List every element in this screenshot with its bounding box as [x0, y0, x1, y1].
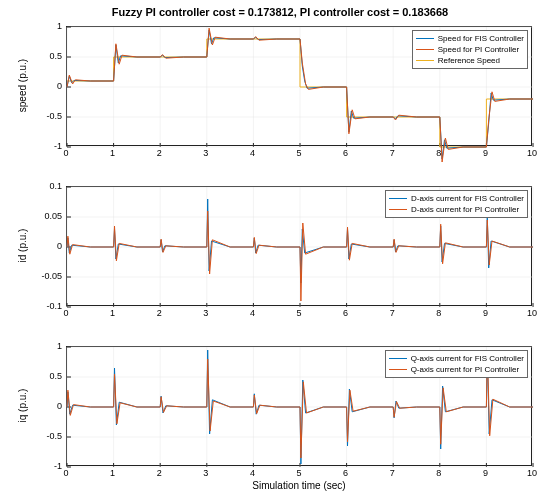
- figure-title: Fuzzy PI controller cost = 0.173812, PI …: [0, 6, 560, 18]
- ytick: 0.5: [32, 371, 62, 381]
- legend-label: D-axis current for PI Controller: [411, 204, 519, 215]
- legend-swatch: [389, 358, 407, 359]
- ytick: -0.05: [32, 271, 62, 281]
- legend-swatch: [389, 209, 407, 210]
- legend-label: Speed for PI Controller: [438, 44, 519, 55]
- ytick: 0.5: [32, 51, 62, 61]
- xtick: 6: [343, 148, 348, 158]
- legend-swatch: [416, 49, 434, 50]
- xtick: 3: [203, 148, 208, 158]
- xtick: 4: [250, 148, 255, 158]
- xtick: 10: [527, 148, 537, 158]
- xtick: 7: [390, 148, 395, 158]
- xtick: 1: [110, 308, 115, 318]
- legend-swatch: [416, 60, 434, 61]
- xtick: 8: [436, 148, 441, 158]
- xtick: 2: [157, 148, 162, 158]
- axes-id: D-axis current for FIS Controller D-axis…: [66, 186, 532, 306]
- xtick: 1: [110, 468, 115, 478]
- xtick: 0: [63, 468, 68, 478]
- xtick: 10: [527, 468, 537, 478]
- legend-label: Q-axis current for PI Controller: [411, 364, 519, 375]
- ytick: 0.1: [32, 181, 62, 191]
- xtick: 9: [483, 148, 488, 158]
- xtick: 3: [203, 468, 208, 478]
- xtick: 9: [483, 308, 488, 318]
- xtick: 10: [527, 308, 537, 318]
- xtick: 7: [390, 308, 395, 318]
- xtick: 2: [157, 308, 162, 318]
- xtick: 1: [110, 148, 115, 158]
- xtick: 3: [203, 308, 208, 318]
- xtick: 8: [436, 468, 441, 478]
- legend-label: Q-axis current for FIS Controller: [411, 353, 524, 364]
- xtick: 4: [250, 468, 255, 478]
- axes-iq: Q-axis current for FIS Controller Q-axis…: [66, 346, 532, 466]
- legend-swatch: [416, 38, 434, 39]
- legend-swatch: [389, 369, 407, 370]
- legend-label: Reference Speed: [438, 55, 500, 66]
- xtick: 6: [343, 308, 348, 318]
- xtick: 2: [157, 468, 162, 478]
- xtick: 6: [343, 468, 348, 478]
- xtick: 7: [390, 468, 395, 478]
- legend-label: D-axis current for FIS Controller: [411, 193, 524, 204]
- legend-speed: Speed for FIS Controller Speed for PI Co…: [412, 30, 528, 69]
- ytick: 1: [32, 21, 62, 31]
- ytick: -0.5: [32, 431, 62, 441]
- ylabel-id: id (p.u.): [17, 216, 28, 276]
- ytick: -0.1: [32, 301, 62, 311]
- ytick: 0: [32, 81, 62, 91]
- figure: Fuzzy PI controller cost = 0.173812, PI …: [0, 0, 560, 500]
- xtick: 5: [296, 308, 301, 318]
- ytick: 0.05: [32, 211, 62, 221]
- ytick: -0.5: [32, 111, 62, 121]
- xtick: 8: [436, 308, 441, 318]
- ytick: -1: [32, 141, 62, 151]
- ytick: 0: [32, 241, 62, 251]
- xtick: 0: [63, 148, 68, 158]
- xtick: 5: [296, 468, 301, 478]
- xtick: 9: [483, 468, 488, 478]
- axes-speed: Speed for FIS Controller Speed for PI Co…: [66, 26, 532, 146]
- ytick: -1: [32, 461, 62, 471]
- xtick: 5: [296, 148, 301, 158]
- legend-iq: Q-axis current for FIS Controller Q-axis…: [385, 350, 528, 378]
- ytick: 0: [32, 401, 62, 411]
- xlabel: Simulation time (sec): [66, 480, 532, 491]
- ytick: 1: [32, 341, 62, 351]
- legend-swatch: [389, 198, 407, 199]
- ylabel-speed: speed (p.u.): [17, 56, 28, 116]
- xtick: 4: [250, 308, 255, 318]
- xtick: 0: [63, 308, 68, 318]
- ylabel-iq: iq (p.u.): [17, 376, 28, 436]
- legend-label: Speed for FIS Controller: [438, 33, 524, 44]
- legend-id: D-axis current for FIS Controller D-axis…: [385, 190, 528, 218]
